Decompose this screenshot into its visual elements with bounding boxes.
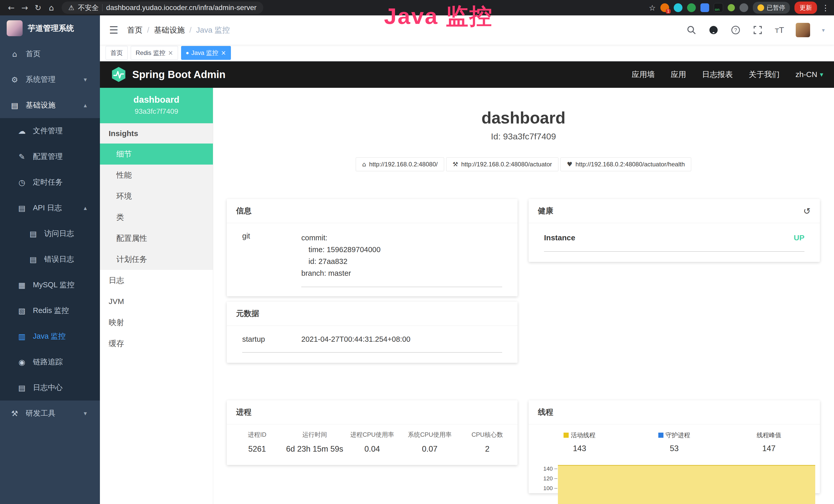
sidebar-item-config[interactable]: 配置管理 [0,144,100,169]
insights-item-scheduled-tasks[interactable]: 计划任务 [100,249,213,270]
sidebar-item-error-log[interactable]: 错误日志 [0,247,100,272]
security-label: 不安全 [78,3,98,12]
search-icon[interactable] [686,25,697,35]
instance-header[interactable]: dashboard 93a3fc7f7409 [100,88,213,123]
browser-reload-icon[interactable] [31,3,45,12]
history-icon[interactable] [804,206,811,216]
sidebar-item-mysql[interactable]: MySQL 监控 [0,272,100,298]
instance-link-actuator[interactable]: http://192.168.0.2:48080/actuator [446,157,558,171]
sidebar-item-api-log[interactable]: API 日志 [0,195,100,221]
extension-icon[interactable]: on [714,3,723,12]
legend-daemon-threads: 守护进程 53 [627,431,722,453]
sidebar-item-scheduled[interactable]: 定时任务 [0,169,100,195]
sba-nav-applications[interactable]: 应用 [671,69,686,80]
metadata-value: 2021-04-27T00:44:31.254+08:00 [301,335,411,344]
browser-back-icon[interactable] [5,3,18,12]
paused-badge[interactable]: 已暂停 [753,2,790,14]
process-stats: 进程ID 5261 运行时间 6d 23h 15m 59s 进程CPU使用率 0… [227,425,518,465]
caret-down-icon[interactable] [822,27,825,33]
sba-nav-journal[interactable]: 日志报表 [702,69,733,80]
sba-nav-wallboard[interactable]: 应用墙 [632,69,655,80]
update-button[interactable]: 更新 [794,2,817,14]
sba-nav: 应用墙 应用 日志报表 关于我们 zh-CN [632,69,823,80]
extension-icon[interactable] [674,3,682,12]
font-size-icon[interactable] [775,26,784,35]
stat-value: 2 [459,444,516,454]
sidebar-item-trace[interactable]: 链路追踪 [0,349,100,375]
card-body: Instance UP [529,223,820,262]
bookmark-star-icon[interactable] [649,3,656,12]
insights-item-metrics[interactable]: 性能 [100,165,213,186]
process-card: 进程 进程ID 5261 运行时间 6d 23h 15m 59s 进程CPU使用… [227,400,518,465]
browser-home-icon[interactable] [45,3,58,12]
card-title-label: 进程 [236,407,251,417]
extension-icon[interactable]: 1 [660,3,669,12]
tags-bar: 首页 Redis 监控 Java 监控 [100,45,834,61]
sidebar-item-jvm[interactable]: JVM [100,291,213,312]
tab-label: Redis 监控 [136,49,166,57]
sidebar-item-system[interactable]: 系统管理 [0,67,100,92]
instance-link-health[interactable]: http://192.168.0.2:48080/actuator/health [561,157,691,171]
sidebar-item-label: 链路追踪 [33,357,63,367]
sidebar-item-access-log[interactable]: 访问日志 [0,221,100,247]
sidebar-item-caches[interactable]: 缓存 [100,333,213,354]
item-label: 计划任务 [116,254,147,265]
question-icon[interactable]: ? [730,25,741,35]
breadcrumb-home[interactable]: 首页 [127,25,142,36]
sidebar-item-label: 日志中心 [33,383,63,393]
error-log-icon [28,255,38,264]
sidebar-item-mappings[interactable]: 映射 [100,312,213,333]
sidebar-item-infrastructure[interactable]: 基础设施 [0,92,100,118]
link-url: http://192.168.0.2:48080/actuator [461,161,552,168]
mysql-icon [17,281,27,290]
extension-icon[interactable] [740,3,748,12]
sidebar-item-label: 首页 [26,49,41,59]
card-title-label: 线程 [538,407,553,417]
tab-home[interactable]: 首页 [106,46,128,60]
fullscreen-icon[interactable] [752,25,763,35]
instance-link-home[interactable]: http://192.168.0.2:48080/ [356,157,444,171]
close-icon[interactable] [221,49,226,56]
browser-menu-icon[interactable] [822,3,829,12]
insights-item-environment[interactable]: 环境 [100,186,213,207]
hamburger-icon[interactable] [109,24,118,36]
tab-redis-monitor[interactable]: Redis 监控 [131,46,178,60]
insights-item-classes[interactable]: 类 [100,207,213,228]
browser-chrome: 不安全 dashboard.yudao.iocoder.cn/infra/adm… [0,0,834,16]
sidebar-item-dev-tools[interactable]: 研发工具 [0,400,100,426]
home-icon [10,49,20,59]
sba-header: Spring Boot Admin 应用墙 应用 日志报表 关于我们 zh-CN [100,61,834,88]
breadcrumb-infrastructure[interactable]: 基础设施 [154,25,185,36]
address-bar[interactable]: 不安全 dashboard.yudao.iocoder.cn/infra/adm… [62,2,263,14]
sidebar-item-java-monitor[interactable]: Java 监控 [0,323,100,349]
stat-cpu-cores: CPU核心数 2 [459,431,516,454]
close-icon[interactable] [168,49,173,56]
browser-forward-icon[interactable] [18,3,31,12]
tab-java-monitor[interactable]: Java 监控 [181,46,231,60]
avatar[interactable] [796,23,810,37]
legend-label: 线程峰值 [722,431,816,439]
sba-brand[interactable]: Spring Boot Admin [132,69,225,81]
sidebar-item-logs[interactable]: 日志 [100,270,213,291]
main-content: dashboard Id: 93a3fc7f7409 http://192.16… [213,88,834,504]
extension-icon[interactable] [687,3,696,12]
insights-item-details[interactable]: 细节 [100,143,213,165]
locale-selector[interactable]: zh-CN [795,70,823,79]
card-title: 健康 [529,199,820,223]
stat-process-cpu: 进程CPU使用率 0.04 [344,431,401,454]
chevron-up-icon [81,102,90,109]
sidebar-item-redis[interactable]: Redis 监控 [0,298,100,323]
health-key: Instance [544,233,575,242]
sidebar-item-home[interactable]: 首页 [0,41,100,67]
extension-icon[interactable] [700,3,709,12]
github-icon[interactable] [708,25,719,35]
app-logo[interactable]: 芋道管理系统 [0,16,100,41]
url-text: dashboard.yudao.iocoder.cn/infra/admin-s… [106,4,256,12]
card-title-label: 元数据 [236,308,259,319]
insights-item-configprops[interactable]: 配置属性 [100,228,213,249]
extension-icon[interactable] [728,4,735,11]
sidebar-item-file[interactable]: 文件管理 [0,118,100,144]
sidebar-item-log-center[interactable]: 日志中心 [0,375,100,400]
card-title: 进程 [227,400,518,425]
sba-nav-about[interactable]: 关于我们 [749,69,780,80]
